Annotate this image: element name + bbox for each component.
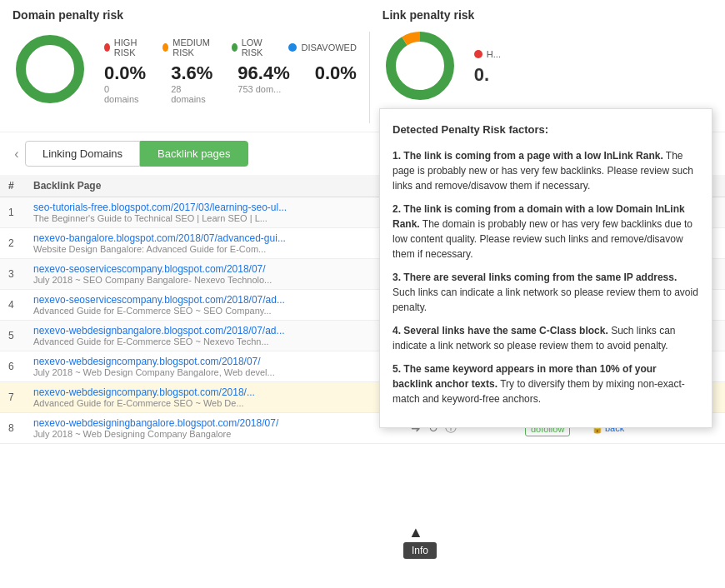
domain-risk-info: HIGH RISK MEDIUM RISK LOW RISK DISAVOWED xyxy=(104,37,357,104)
disavowed-dot xyxy=(288,43,297,52)
stat-high-label: 0 domains xyxy=(104,84,146,104)
link-main-1[interactable]: seo-tutorials-free.blogspot.com/2017/03/… xyxy=(33,202,408,213)
high-risk-dot xyxy=(104,43,110,52)
link-desc-7: Advanced Guide for E-Commerce SEO ~ Web … xyxy=(33,398,408,408)
domain-risk-section: Domain penalty risk HIGH RISK xyxy=(12,8,357,109)
link-cell-5: nexevo-webdesignbangalore.blogspot.com/2… xyxy=(33,325,408,346)
col-num-header: # xyxy=(8,180,33,192)
link-donut-chart xyxy=(382,28,458,106)
popup-num-5: 5. xyxy=(392,363,403,375)
link-cell-1: seo-tutorials-free.blogspot.com/2017/03/… xyxy=(33,202,408,223)
penalty-popup: Detected Penalty Risk factors: 1. The li… xyxy=(379,108,712,428)
stat-high: 0.0% 0 domains xyxy=(104,62,146,104)
col-page-header: Backlink Page xyxy=(33,180,408,192)
stat-medium: 3.6% 28 domains xyxy=(171,62,212,104)
medium-risk-label: MEDIUM RISK xyxy=(172,37,215,57)
stat-high-value: 0.0% xyxy=(104,62,146,84)
row-num-5: 5 xyxy=(8,330,33,341)
link-desc-3: July 2018 ~ SEO Company Bangalore- Nexev… xyxy=(33,275,408,285)
row-num-3: 3 xyxy=(8,268,33,280)
popup-rest-3: Such links can indicate a link network s… xyxy=(392,287,698,313)
link-desc-6: July 2018 ~ Web Design Company Bangalore… xyxy=(33,367,408,377)
link-desc-4: Advanced Guide for E-Commerce SEO ~ SEO … xyxy=(33,306,408,316)
link-desc-2: Website Design Bangalore: Advanced Guide… xyxy=(33,244,408,254)
link-main-7[interactable]: nexevo-webdesigncompany.blogspot.com/201… xyxy=(33,386,408,398)
stat-low-label: 753 dom... xyxy=(238,84,289,94)
link-cell-3: nexevo-seoservicescompany.blogspot.com/2… xyxy=(33,263,408,285)
link-high-dot xyxy=(474,50,482,58)
link-risk-section: Link penalty risk H... 0. xyxy=(382,8,712,106)
link-high-label: H... xyxy=(487,49,501,59)
legend-high-risk: HIGH RISK xyxy=(104,37,146,57)
stat-medium-value: 3.6% xyxy=(171,62,212,84)
link-main-6[interactable]: nexevo-webdesigncompany.blogspot.com/201… xyxy=(33,356,408,367)
popup-title: Detected Penalty Risk factors: xyxy=(392,122,699,138)
domain-risk-title: Domain penalty risk xyxy=(12,8,123,22)
popup-bold-1: The link is coming from a page with a lo… xyxy=(403,150,662,162)
popup-item-2: 2. The link is coming from a domain with… xyxy=(392,202,699,262)
popup-num-2: 2. xyxy=(392,203,403,215)
row-num-4: 4 xyxy=(8,299,33,311)
domain-donut-chart xyxy=(12,32,88,109)
row-num-8: 8 xyxy=(8,422,33,434)
link-stat-value: 0. xyxy=(474,64,501,86)
legend-disavowed: DISAVOWED xyxy=(288,42,356,52)
link-main-2[interactable]: nexevo-bangalore.blogspot.com/2018/07/ad… xyxy=(33,232,408,244)
stat-medium-label: 28 domains xyxy=(171,84,212,104)
section-divider xyxy=(369,32,370,123)
stat-low-value: 96.4% xyxy=(238,62,289,84)
info-tooltip: Info xyxy=(403,542,437,559)
link-desc-8: July 2018 ~ Web Designing Company Bangal… xyxy=(33,429,408,439)
high-risk-label: HIGH RISK xyxy=(114,37,147,57)
link-risk-content: H... 0. xyxy=(382,28,712,106)
link-cell-2: nexevo-bangalore.blogspot.com/2018/07/ad… xyxy=(33,232,408,254)
popup-item-1: 1. The link is coming from a page with a… xyxy=(392,148,699,193)
svg-point-3 xyxy=(391,37,449,95)
stats-row: 0.0% 0 domains 3.6% 28 domains 96.4% 753… xyxy=(104,62,357,104)
popup-bold-3: There are several links coming from the … xyxy=(403,272,677,283)
disavowed-label: DISAVOWED xyxy=(301,42,356,52)
link-desc-1: The Beginner's Guide to Technical SEO | … xyxy=(33,213,408,223)
stat-disavowed-value: 0.0% xyxy=(315,62,357,84)
tab-linking-domains[interactable]: Linking Domains xyxy=(25,141,140,167)
link-risk-title: Link penalty risk xyxy=(382,8,712,22)
row-num-7: 7 xyxy=(8,391,33,403)
link-legend-h: H... xyxy=(474,49,501,59)
link-cell-6: nexevo-webdesigncompany.blogspot.com/201… xyxy=(33,356,408,377)
medium-risk-dot xyxy=(162,43,168,52)
link-cell-4: nexevo-seoservicescompany.blogspot.com/2… xyxy=(33,294,408,316)
link-main-3[interactable]: nexevo-seoservicescompany.blogspot.com/2… xyxy=(33,263,408,275)
link-cell-8: nexevo-webdesigningbangalore.blogspot.co… xyxy=(33,417,408,439)
nav-arrow-left[interactable]: ‹ xyxy=(8,146,25,162)
row-num-6: 6 xyxy=(8,361,33,372)
low-risk-label: LOW RISK xyxy=(242,37,272,57)
link-risk-stats: H... 0. xyxy=(474,49,501,86)
row-num-1: 1 xyxy=(8,207,33,218)
popup-item-4: 4. Several links have the same C-Class b… xyxy=(392,323,699,353)
svg-point-0 xyxy=(21,40,79,98)
link-main-8[interactable]: nexevo-webdesigningbangalore.blogspot.co… xyxy=(33,417,408,429)
popup-num-4: 4. xyxy=(392,325,403,336)
popup-num-3: 3. xyxy=(392,272,403,283)
cursor-indicator: ▲ xyxy=(408,524,423,541)
link-cell-7: nexevo-webdesigncompany.blogspot.com/201… xyxy=(33,386,408,408)
legend-row: HIGH RISK MEDIUM RISK LOW RISK DISAVOWED xyxy=(104,37,357,57)
popup-rest-2: The domain is probably new or has very f… xyxy=(392,218,692,260)
stat-low: 96.4% 753 dom... xyxy=(238,62,289,104)
tab-backlink-pages[interactable]: Backlink pages xyxy=(140,141,248,167)
link-legend-row: H... xyxy=(474,49,501,59)
link-main-5[interactable]: nexevo-webdesignbangalore.blogspot.com/2… xyxy=(33,325,408,336)
legend-medium-risk: MEDIUM RISK xyxy=(162,37,214,57)
popup-item-5: 5. The same keyword appears in more than… xyxy=(392,361,699,406)
popup-bold-4: Several links have the same C-Class bloc… xyxy=(403,325,608,336)
link-main-4[interactable]: nexevo-seoservicescompany.blogspot.com/2… xyxy=(33,294,408,306)
stat-disavowed: 0.0% xyxy=(315,62,357,104)
low-risk-dot xyxy=(232,43,238,52)
link-desc-5: Advanced Guide for E-Commerce SEO ~ Nexe… xyxy=(33,336,408,346)
popup-num-1: 1. xyxy=(392,150,403,162)
legend-low-risk: LOW RISK xyxy=(232,37,272,57)
row-num-2: 2 xyxy=(8,237,33,249)
popup-item-3: 3. There are several links coming from t… xyxy=(392,270,699,315)
